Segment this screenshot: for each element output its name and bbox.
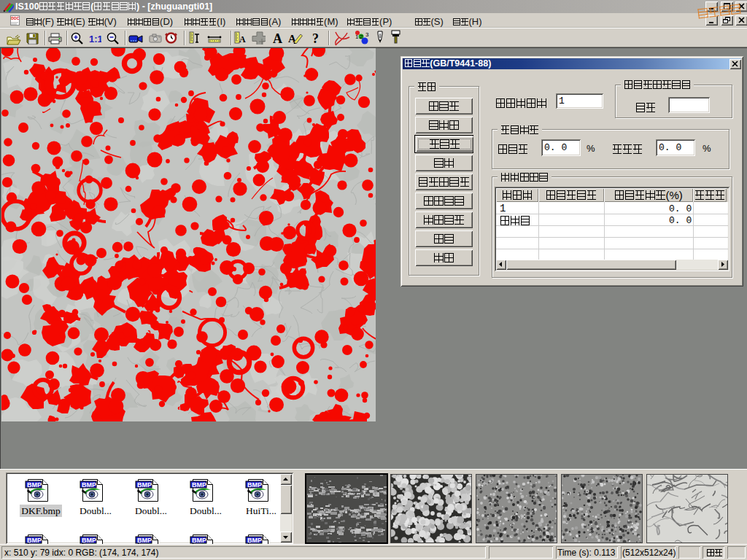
svg-text:DOC: DOC bbox=[11, 16, 20, 20]
svg-text:BMP: BMP bbox=[137, 481, 152, 489]
svg-text:1:1: 1:1 bbox=[89, 34, 101, 44]
svg-text:BMP: BMP bbox=[247, 481, 262, 489]
svg-text:BMP: BMP bbox=[192, 481, 206, 489]
svg-text:1: 1 bbox=[355, 34, 359, 40]
svg-text:A: A bbox=[273, 32, 282, 45]
svg-text:2: 2 bbox=[360, 34, 363, 40]
svg-text:BMP: BMP bbox=[82, 537, 96, 544]
svg-text:BMP: BMP bbox=[192, 537, 206, 544]
svg-text:A: A bbox=[239, 34, 246, 44]
svg-text:?: ? bbox=[312, 32, 319, 45]
svg-text:BMP: BMP bbox=[27, 537, 42, 544]
svg-text:3: 3 bbox=[365, 31, 369, 38]
svg-text:BMP: BMP bbox=[137, 537, 152, 544]
svg-text:BMP: BMP bbox=[82, 481, 96, 489]
svg-text:BMP: BMP bbox=[27, 481, 42, 489]
svg-text:BMP: BMP bbox=[247, 537, 262, 544]
